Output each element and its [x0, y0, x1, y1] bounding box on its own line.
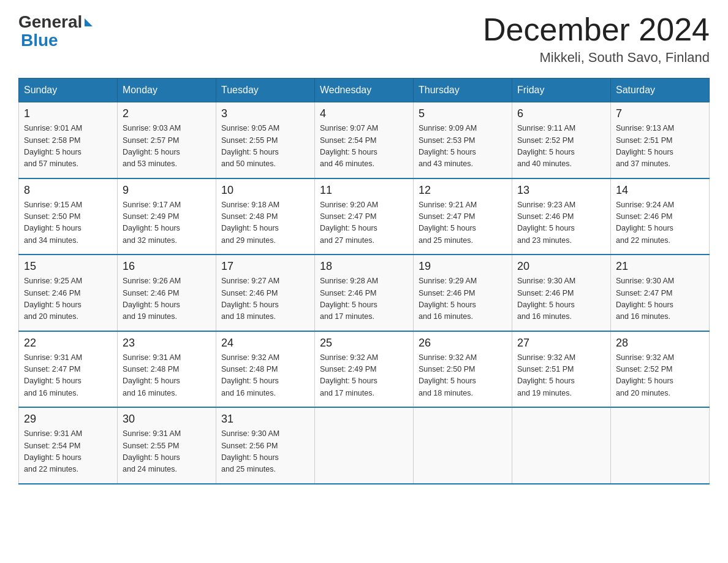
calendar-week-3: 15Sunrise: 9:25 AMSunset: 2:46 PMDayligh…	[19, 255, 710, 331]
day-number: 24	[221, 337, 309, 350]
table-row: 8Sunrise: 9:15 AMSunset: 2:50 PMDaylight…	[19, 178, 118, 255]
day-info: Sunrise: 9:31 AMSunset: 2:54 PMDaylight:…	[24, 428, 112, 476]
day-info: Sunrise: 9:32 AMSunset: 2:52 PMDaylight:…	[616, 352, 704, 400]
day-info: Sunrise: 9:32 AMSunset: 2:51 PMDaylight:…	[517, 352, 605, 400]
day-number: 22	[24, 337, 112, 350]
table-row: 9Sunrise: 9:17 AMSunset: 2:49 PMDaylight…	[118, 178, 216, 255]
table-row: 15Sunrise: 9:25 AMSunset: 2:46 PMDayligh…	[19, 255, 118, 331]
table-row: 4Sunrise: 9:07 AMSunset: 2:54 PMDaylight…	[315, 102, 414, 178]
day-info: Sunrise: 9:26 AMSunset: 2:46 PMDaylight:…	[123, 275, 211, 323]
day-info: Sunrise: 9:23 AMSunset: 2:46 PMDaylight:…	[517, 199, 605, 247]
day-info: Sunrise: 9:32 AMSunset: 2:49 PMDaylight:…	[320, 352, 408, 400]
table-row: 31Sunrise: 9:30 AMSunset: 2:56 PMDayligh…	[216, 407, 315, 484]
day-number: 17	[221, 260, 309, 273]
table-row: 22Sunrise: 9:31 AMSunset: 2:47 PMDayligh…	[19, 331, 118, 408]
calendar-week-1: 1Sunrise: 9:01 AMSunset: 2:58 PMDaylight…	[19, 102, 710, 178]
day-info: Sunrise: 9:31 AMSunset: 2:55 PMDaylight:…	[123, 428, 211, 476]
table-row: 3Sunrise: 9:05 AMSunset: 2:55 PMDaylight…	[216, 102, 315, 178]
day-info: Sunrise: 9:30 AMSunset: 2:56 PMDaylight:…	[221, 428, 309, 476]
table-row: 13Sunrise: 9:23 AMSunset: 2:46 PMDayligh…	[512, 178, 611, 255]
day-number: 26	[419, 337, 507, 350]
day-info: Sunrise: 9:20 AMSunset: 2:47 PMDaylight:…	[320, 199, 408, 247]
table-row: 21Sunrise: 9:30 AMSunset: 2:47 PMDayligh…	[611, 255, 710, 331]
col-friday: Friday	[512, 79, 611, 102]
day-number: 4	[320, 107, 408, 120]
day-info: Sunrise: 9:32 AMSunset: 2:50 PMDaylight:…	[419, 352, 507, 400]
day-info: Sunrise: 9:07 AMSunset: 2:54 PMDaylight:…	[320, 123, 408, 170]
day-info: Sunrise: 9:11 AMSunset: 2:52 PMDaylight:…	[517, 123, 605, 170]
table-row: 14Sunrise: 9:24 AMSunset: 2:46 PMDayligh…	[611, 178, 710, 255]
day-number: 27	[517, 337, 605, 350]
table-row: 16Sunrise: 9:26 AMSunset: 2:46 PMDayligh…	[118, 255, 216, 331]
logo: General Blue	[18, 12, 93, 50]
day-number: 19	[419, 260, 507, 273]
table-row: 23Sunrise: 9:31 AMSunset: 2:48 PMDayligh…	[118, 331, 216, 408]
day-info: Sunrise: 9:17 AMSunset: 2:49 PMDaylight:…	[123, 199, 211, 247]
table-row: 11Sunrise: 9:20 AMSunset: 2:47 PMDayligh…	[315, 178, 414, 255]
table-row: 5Sunrise: 9:09 AMSunset: 2:53 PMDaylight…	[414, 102, 512, 178]
table-row: 24Sunrise: 9:32 AMSunset: 2:48 PMDayligh…	[216, 331, 315, 408]
day-info: Sunrise: 9:25 AMSunset: 2:46 PMDaylight:…	[24, 275, 112, 323]
day-info: Sunrise: 9:18 AMSunset: 2:48 PMDaylight:…	[221, 199, 309, 247]
day-info: Sunrise: 9:32 AMSunset: 2:48 PMDaylight:…	[221, 352, 309, 400]
day-info: Sunrise: 9:05 AMSunset: 2:55 PMDaylight:…	[221, 123, 309, 170]
calendar-header-row: Sunday Monday Tuesday Wednesday Thursday…	[19, 79, 710, 102]
day-number: 30	[123, 413, 211, 426]
day-info: Sunrise: 9:15 AMSunset: 2:50 PMDaylight:…	[24, 199, 112, 247]
table-row	[315, 407, 414, 484]
day-number: 10	[221, 184, 309, 197]
table-row: 26Sunrise: 9:32 AMSunset: 2:50 PMDayligh…	[414, 331, 512, 408]
calendar-week-2: 8Sunrise: 9:15 AMSunset: 2:50 PMDaylight…	[19, 178, 710, 255]
day-number: 18	[320, 260, 408, 273]
table-row: 6Sunrise: 9:11 AMSunset: 2:52 PMDaylight…	[512, 102, 611, 178]
day-info: Sunrise: 9:21 AMSunset: 2:47 PMDaylight:…	[419, 199, 507, 247]
day-number: 12	[419, 184, 507, 197]
table-row: 29Sunrise: 9:31 AMSunset: 2:54 PMDayligh…	[19, 407, 118, 484]
table-row: 10Sunrise: 9:18 AMSunset: 2:48 PMDayligh…	[216, 178, 315, 255]
table-row: 12Sunrise: 9:21 AMSunset: 2:47 PMDayligh…	[414, 178, 512, 255]
calendar-week-5: 29Sunrise: 9:31 AMSunset: 2:54 PMDayligh…	[19, 407, 710, 484]
day-number: 6	[517, 107, 605, 120]
day-number: 5	[419, 107, 507, 120]
day-info: Sunrise: 9:28 AMSunset: 2:46 PMDaylight:…	[320, 275, 408, 323]
day-info: Sunrise: 9:31 AMSunset: 2:48 PMDaylight:…	[123, 352, 211, 400]
table-row: 18Sunrise: 9:28 AMSunset: 2:46 PMDayligh…	[315, 255, 414, 331]
table-row: 7Sunrise: 9:13 AMSunset: 2:51 PMDaylight…	[611, 102, 710, 178]
title-block: December 2024 Mikkeli, South Savo, Finla…	[483, 12, 710, 66]
day-info: Sunrise: 9:29 AMSunset: 2:46 PMDaylight:…	[419, 275, 507, 323]
table-row	[512, 407, 611, 484]
col-thursday: Thursday	[414, 79, 512, 102]
day-number: 23	[123, 337, 211, 350]
table-row: 27Sunrise: 9:32 AMSunset: 2:51 PMDayligh…	[512, 331, 611, 408]
table-row: 1Sunrise: 9:01 AMSunset: 2:58 PMDaylight…	[19, 102, 118, 178]
day-info: Sunrise: 9:31 AMSunset: 2:47 PMDaylight:…	[24, 352, 112, 400]
table-row: 2Sunrise: 9:03 AMSunset: 2:57 PMDaylight…	[118, 102, 216, 178]
day-number: 25	[320, 337, 408, 350]
day-number: 13	[517, 184, 605, 197]
table-row	[611, 407, 710, 484]
calendar-week-4: 22Sunrise: 9:31 AMSunset: 2:47 PMDayligh…	[19, 331, 710, 408]
day-number: 8	[24, 184, 112, 197]
day-number: 11	[320, 184, 408, 197]
col-tuesday: Tuesday	[216, 79, 315, 102]
day-number: 31	[221, 413, 309, 426]
col-wednesday: Wednesday	[315, 79, 414, 102]
table-row: 30Sunrise: 9:31 AMSunset: 2:55 PMDayligh…	[118, 407, 216, 484]
day-number: 1	[24, 107, 112, 120]
day-number: 29	[24, 413, 112, 426]
month-title: December 2024	[483, 12, 710, 47]
day-number: 21	[616, 260, 704, 273]
table-row: 20Sunrise: 9:30 AMSunset: 2:46 PMDayligh…	[512, 255, 611, 331]
table-row: 17Sunrise: 9:27 AMSunset: 2:46 PMDayligh…	[216, 255, 315, 331]
col-saturday: Saturday	[611, 79, 710, 102]
day-number: 3	[221, 107, 309, 120]
day-info: Sunrise: 9:13 AMSunset: 2:51 PMDaylight:…	[616, 123, 704, 170]
col-monday: Monday	[118, 79, 216, 102]
day-info: Sunrise: 9:09 AMSunset: 2:53 PMDaylight:…	[419, 123, 507, 170]
day-number: 15	[24, 260, 112, 273]
location-subtitle: Mikkeli, South Savo, Finland	[483, 50, 710, 66]
table-row	[414, 407, 512, 484]
day-info: Sunrise: 9:27 AMSunset: 2:46 PMDaylight:…	[221, 275, 309, 323]
day-number: 2	[123, 107, 211, 120]
table-row: 19Sunrise: 9:29 AMSunset: 2:46 PMDayligh…	[414, 255, 512, 331]
